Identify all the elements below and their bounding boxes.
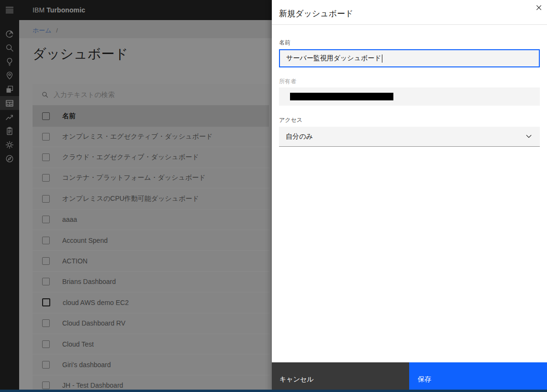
panel-footer: キャンセル 保存 [272, 362, 547, 390]
save-button[interactable]: 保存 [409, 362, 547, 390]
panel-title: 新規ダッシュボード [279, 8, 353, 19]
text-caret [382, 54, 382, 63]
name-field-label: 名前 [279, 39, 290, 47]
dashboard-name-value: サーバー監視用ダッシュボード [286, 54, 381, 63]
new-dashboard-panel: 新規ダッシュボード 名前 サーバー監視用ダッシュボード 所有者 アクセス 自分の… [272, 0, 547, 392]
access-field-label: アクセス [279, 116, 302, 124]
access-dropdown-value: 自分のみ [286, 132, 313, 141]
owner-value-redacted [290, 93, 393, 100]
bottom-strip [0, 390, 547, 392]
modal-overlay[interactable] [0, 0, 272, 392]
close-icon[interactable] [532, 0, 546, 15]
chevron-down-icon [525, 133, 532, 140]
owner-field [279, 87, 540, 106]
dashboard-name-input[interactable]: サーバー監視用ダッシュボード [279, 49, 540, 67]
cancel-button[interactable]: キャンセル [272, 362, 409, 390]
owner-field-label: 所有者 [279, 77, 296, 86]
access-dropdown[interactable]: 自分のみ [279, 127, 540, 147]
app-window: IBMTurbonomic ホーム / ダッシュボード 名前 オンプレミス・エグ… [0, 0, 547, 392]
panel-header: 新規ダッシュボード [272, 0, 547, 25]
